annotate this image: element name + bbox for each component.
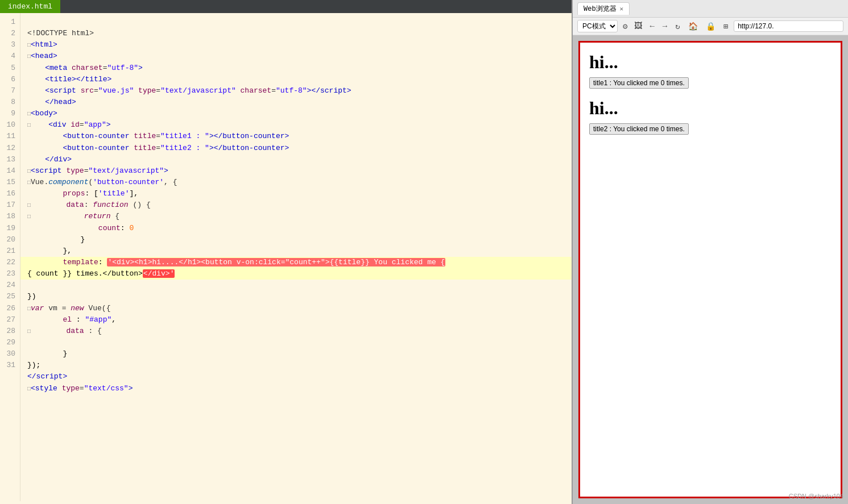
browser-tab-close[interactable]: ✕ [620,5,624,13]
browser-tab[interactable]: Web浏览器 ✕ [577,2,630,15]
mode-select[interactable]: PC模式 [577,20,618,32]
browser-toolbar: PC模式 ⚙ 🖼 ← → ↻ 🏠 🔒 ⊞ [573,18,848,35]
preview-button-1[interactable]: title1 : You clicked me 0 times. [589,77,689,89]
preview-component-2: hi... title2 : You clicked me 0 times. [589,98,832,135]
preview-component-1: hi... title1 : You clicked me 0 times. [589,52,832,89]
lock-icon: 🔒 [704,20,718,32]
browser-titlebar: Web浏览器 ✕ [573,0,848,18]
preview-h1-2: hi... [589,98,832,119]
grid-icon[interactable]: ⊞ [721,20,730,32]
forward-button[interactable]: → [660,20,669,32]
preview-h1-1: hi... [589,52,832,73]
editor-panel: index.html 12345 678910 1112131415 16171… [0,0,572,504]
screenshot-icon[interactable]: 🖼 [632,20,644,32]
line-numbers: 12345 678910 1112131415 1617181920 21222… [0,13,20,501]
browser-panel: Web浏览器 ✕ PC模式 ⚙ 🖼 ← → ↻ 🏠 🔒 ⊞ hi... titl… [572,0,848,504]
code-content[interactable]: <!DOCTYPE html> □<html> □<head> <meta ch… [20,13,572,501]
browser-tab-title: Web浏览器 [584,4,617,14]
url-bar[interactable] [734,20,843,32]
editor-tab[interactable]: index.html [0,0,60,13]
refresh-button[interactable]: ↻ [673,20,682,32]
preview-button-2[interactable]: title2 : You clicked me 0 times. [589,123,689,135]
browser-viewport: hi... title1 : You clicked me 0 times. h… [578,41,842,498]
home-button[interactable]: 🏠 [686,20,700,32]
code-area: 12345 678910 1112131415 1617181920 21222… [0,13,572,501]
tab-bar: index.html [0,0,572,13]
watermark: CSDN @sharky104 [789,493,843,499]
back-button[interactable]: ← [647,20,656,32]
settings-icon[interactable]: ⚙ [621,20,629,32]
